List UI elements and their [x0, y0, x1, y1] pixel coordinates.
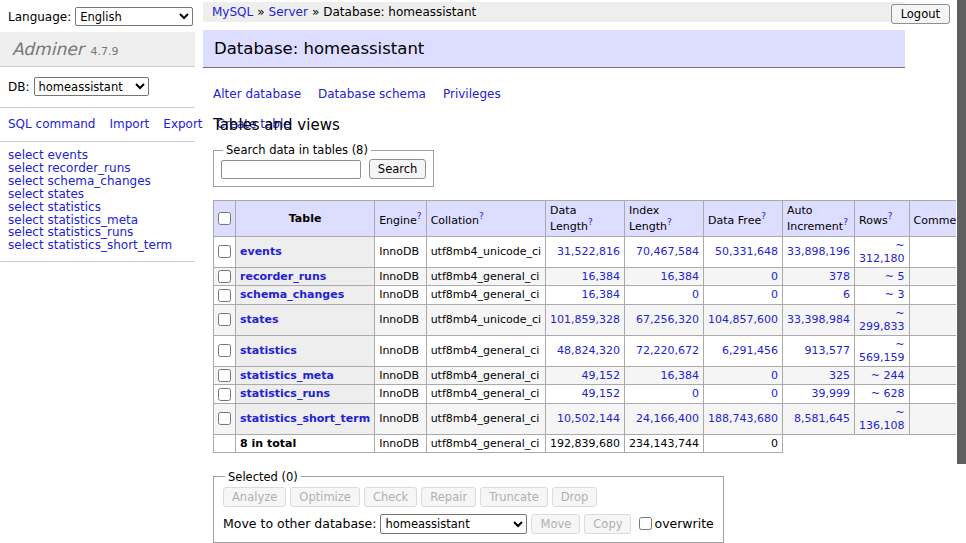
breadcrumb-link-mysql[interactable]: MySQL — [212, 5, 253, 19]
sidebar-select-link[interactable]: select schema_changes — [8, 175, 187, 188]
table-name-link[interactable]: statistics_meta — [240, 369, 334, 382]
alter-database-link[interactable]: Alter database — [213, 87, 301, 101]
index-length-cell-link[interactable]: 16,384 — [661, 369, 700, 382]
index-length-cell-link[interactable]: 0 — [692, 387, 699, 400]
auto-increment-cell-link[interactable]: 33,398,984 — [787, 313, 850, 326]
move-database-select[interactable]: homeassistant — [380, 514, 527, 534]
auto-increment-cell-link[interactable]: 325 — [829, 369, 850, 382]
row-checkbox[interactable] — [218, 245, 231, 258]
check-button[interactable]: Check — [364, 487, 417, 507]
database-schema-link[interactable]: Database schema — [318, 87, 426, 101]
optimize-button[interactable]: Optimize — [290, 487, 360, 507]
data-length-cell-link[interactable]: 10,502,144 — [557, 412, 620, 425]
data-free-cell-link[interactable]: 0 — [771, 270, 778, 283]
search-button[interactable]: Search — [369, 159, 427, 179]
drop-button[interactable]: Drop — [552, 487, 598, 507]
row-checkbox[interactable] — [218, 313, 231, 326]
rows-cell-link[interactable]: ~ 569,159 — [859, 338, 905, 364]
table-name-link[interactable]: schema_changes — [240, 288, 344, 301]
table-name-link[interactable]: events — [240, 245, 282, 258]
index-length-cell: 72,220,672 — [625, 335, 704, 366]
index-length-cell-link[interactable]: 16,384 — [661, 270, 700, 283]
auto-increment-cell-link[interactable]: 378 — [829, 270, 850, 283]
column-help-link[interactable]: ? — [667, 217, 672, 227]
table-name-link[interactable]: statistics — [240, 344, 297, 357]
column-help-link[interactable]: ? — [761, 211, 766, 221]
row-checkbox[interactable] — [218, 344, 231, 357]
index-length-cell-link[interactable]: 72,220,672 — [636, 344, 699, 357]
collation-cell: utf8mb4_unicode_ci — [426, 236, 545, 267]
auto-increment-cell-link[interactable]: 39,999 — [812, 387, 851, 400]
engine-cell: InnoDB — [375, 385, 426, 404]
column-help-link[interactable]: ? — [888, 211, 893, 221]
rows-cell-link[interactable]: ~ 628 — [871, 387, 905, 400]
data-free-cell-link[interactable]: 188,743,680 — [708, 412, 778, 425]
repair-button[interactable]: Repair — [421, 487, 476, 507]
data-free-cell-link[interactable]: 50,331,648 — [715, 245, 778, 258]
copy-button[interactable]: Copy — [584, 514, 631, 534]
rows-cell-link[interactable]: ~ 5 — [885, 270, 905, 283]
sidebar-select-link[interactable]: select events — [8, 149, 187, 162]
index-length-cell-link[interactable]: 0 — [692, 288, 699, 301]
auto-increment-cell-link[interactable]: 913,577 — [805, 344, 851, 357]
data-free-cell-link[interactable]: 104,857,600 — [708, 313, 778, 326]
data-length-cell-link[interactable]: 101,859,328 — [550, 313, 620, 326]
language-select[interactable]: English — [75, 7, 193, 26]
table-name-link[interactable]: statistics_runs — [240, 387, 330, 400]
column-help-link[interactable]: ? — [479, 211, 484, 221]
sidebar-select-link[interactable]: select statistics — [8, 201, 187, 214]
index-length-cell-link[interactable]: 24,166,400 — [636, 412, 699, 425]
overwrite-checkbox[interactable] — [639, 517, 652, 530]
rows-cell-link[interactable]: ~ 299,833 — [859, 307, 905, 333]
sidebar-select-link[interactable]: select states — [8, 188, 187, 201]
scrollbar-thumb[interactable] — [957, 0, 966, 464]
sidebar-link-sql-command[interactable]: SQL command — [8, 117, 95, 131]
data-length-cell-link[interactable]: 48,824,320 — [557, 344, 620, 357]
db-select[interactable]: homeassistant — [34, 77, 149, 96]
data-free-cell-link[interactable]: 0 — [771, 369, 778, 382]
row-checkbox[interactable] — [218, 412, 231, 425]
breadcrumb-link-server[interactable]: Server — [269, 5, 308, 19]
data-length-cell-link[interactable]: 31,522,816 — [557, 245, 620, 258]
index-length-cell-link[interactable]: 67,256,320 — [636, 313, 699, 326]
table-name-link[interactable]: statistics_short_term — [240, 412, 370, 425]
rows-cell-link[interactable]: ~ 136,108 — [859, 406, 905, 432]
index-length-cell-link[interactable]: 70,467,584 — [636, 245, 699, 258]
select-all-checkbox[interactable] — [218, 212, 231, 225]
rows-cell-link[interactable]: ~ 3 — [885, 288, 905, 301]
data-length-cell-link[interactable]: 16,384 — [582, 288, 621, 301]
row-checkbox[interactable] — [218, 270, 231, 283]
engine-cell: InnoDB — [375, 286, 426, 305]
auto-increment-cell-link[interactable]: 33,898,196 — [787, 245, 850, 258]
analyze-button[interactable]: Analyze — [223, 487, 286, 507]
data-free-cell-link[interactable]: 0 — [771, 288, 778, 301]
logout-button[interactable]: Logout — [891, 4, 950, 24]
auto-increment-cell-link[interactable]: 8,581,645 — [794, 412, 850, 425]
data-length-cell-link[interactable]: 16,384 — [582, 270, 621, 283]
search-input[interactable] — [221, 160, 361, 179]
sidebar-select-link[interactable]: select recorder_runs — [8, 162, 187, 175]
column-help-link[interactable]: ? — [417, 211, 422, 221]
data-length-cell-link[interactable]: 49,152 — [582, 387, 621, 400]
vertical-scrollbar[interactable] — [956, 0, 966, 543]
truncate-button[interactable]: Truncate — [480, 487, 548, 507]
column-help-link[interactable]: ? — [588, 217, 593, 227]
table-name-link[interactable]: recorder_runs — [240, 270, 326, 283]
sidebar-select-link[interactable]: select statistics_short_term — [8, 239, 187, 252]
sidebar-link-import[interactable]: Import — [109, 117, 149, 131]
row-checkbox[interactable] — [218, 388, 231, 401]
rows-cell-link[interactable]: ~ 244 — [871, 369, 905, 382]
engine-cell: InnoDB — [375, 403, 426, 434]
data-free-cell-link[interactable]: 6,291,456 — [722, 344, 778, 357]
move-button[interactable]: Move — [531, 514, 580, 534]
data-free-cell-link[interactable]: 0 — [771, 387, 778, 400]
row-checkbox[interactable] — [218, 369, 231, 382]
data-length-cell-link[interactable]: 49,152 — [582, 369, 621, 382]
auto-increment-cell-link[interactable]: 6 — [843, 288, 850, 301]
privileges-link[interactable]: Privileges — [443, 87, 501, 101]
table-name-link[interactable]: states — [240, 313, 279, 326]
column-help-link[interactable]: ? — [843, 217, 848, 227]
row-checkbox[interactable] — [218, 289, 231, 302]
sidebar-link-export[interactable]: Export — [163, 117, 202, 131]
rows-cell-link[interactable]: ~ 312,180 — [859, 239, 905, 265]
